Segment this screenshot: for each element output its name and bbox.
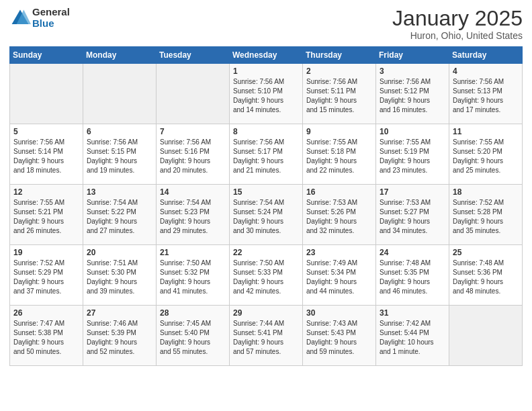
calendar-cell: 11Sunrise: 7:55 AM Sunset: 5:20 PM Dayli… <box>449 124 523 185</box>
day-detail: Sunrise: 7:55 AM Sunset: 5:18 PM Dayligh… <box>306 138 357 174</box>
logo-general: General <box>32 7 70 18</box>
calendar-cell: 6Sunrise: 7:56 AM Sunset: 5:15 PM Daylig… <box>83 124 157 185</box>
day-detail: Sunrise: 7:43 AM Sunset: 5:43 PM Dayligh… <box>306 320 357 355</box>
calendar-cell: 26Sunrise: 7:47 AM Sunset: 5:38 PM Dayli… <box>10 306 83 366</box>
day-number: 1 <box>233 66 299 76</box>
calendar-cell <box>83 64 157 124</box>
day-detail: Sunrise: 7:56 AM Sunset: 5:14 PM Dayligh… <box>13 138 64 174</box>
calendar-cell: 10Sunrise: 7:55 AM Sunset: 5:19 PM Dayli… <box>376 124 449 185</box>
day-number: 10 <box>380 127 445 136</box>
day-number: 11 <box>453 127 519 136</box>
day-detail: Sunrise: 7:45 AM Sunset: 5:40 PM Dayligh… <box>160 320 211 355</box>
day-number: 8 <box>233 127 299 136</box>
calendar-cell: 27Sunrise: 7:46 AM Sunset: 5:39 PM Dayli… <box>83 306 157 366</box>
day-detail: Sunrise: 7:53 AM Sunset: 5:26 PM Dayligh… <box>306 199 357 234</box>
calendar-cell: 8Sunrise: 7:56 AM Sunset: 5:17 PM Daylig… <box>230 124 303 185</box>
day-detail: Sunrise: 7:55 AM Sunset: 5:19 PM Dayligh… <box>380 138 431 174</box>
day-detail: Sunrise: 7:54 AM Sunset: 5:24 PM Dayligh… <box>233 199 284 234</box>
day-detail: Sunrise: 7:42 AM Sunset: 5:44 PM Dayligh… <box>380 320 434 355</box>
day-detail: Sunrise: 7:56 AM Sunset: 5:11 PM Dayligh… <box>306 78 357 113</box>
calendar-cell: 9Sunrise: 7:55 AM Sunset: 5:18 PM Daylig… <box>303 124 376 185</box>
day-detail: Sunrise: 7:47 AM Sunset: 5:38 PM Dayligh… <box>13 320 64 355</box>
calendar-cell <box>449 306 523 366</box>
weekday-header-friday: Friday <box>376 47 449 64</box>
calendar-cell: 13Sunrise: 7:54 AM Sunset: 5:22 PM Dayli… <box>83 185 157 245</box>
calendar-cell: 17Sunrise: 7:53 AM Sunset: 5:27 PM Dayli… <box>376 185 449 245</box>
day-number: 9 <box>306 127 372 136</box>
logo-icon <box>9 7 31 29</box>
day-detail: Sunrise: 7:56 AM Sunset: 5:10 PM Dayligh… <box>233 78 284 113</box>
weekday-header-saturday: Saturday <box>449 47 523 64</box>
day-number: 21 <box>160 248 226 257</box>
calendar-cell <box>10 64 83 124</box>
day-number: 20 <box>87 248 152 257</box>
day-detail: Sunrise: 7:56 AM Sunset: 5:13 PM Dayligh… <box>453 78 504 113</box>
calendar-cell: 19Sunrise: 7:52 AM Sunset: 5:29 PM Dayli… <box>10 245 83 306</box>
calendar-cell: 7Sunrise: 7:56 AM Sunset: 5:16 PM Daylig… <box>157 124 230 185</box>
day-detail: Sunrise: 7:48 AM Sunset: 5:36 PM Dayligh… <box>453 259 504 295</box>
weekday-header-tuesday: Tuesday <box>157 47 230 64</box>
day-detail: Sunrise: 7:48 AM Sunset: 5:35 PM Dayligh… <box>380 259 431 295</box>
day-detail: Sunrise: 7:55 AM Sunset: 5:20 PM Dayligh… <box>453 138 504 174</box>
calendar-cell: 28Sunrise: 7:45 AM Sunset: 5:40 PM Dayli… <box>157 306 230 366</box>
location: Huron, Ohio, United States <box>392 30 523 41</box>
day-number: 6 <box>87 127 152 136</box>
day-detail: Sunrise: 7:50 AM Sunset: 5:32 PM Dayligh… <box>160 259 211 295</box>
day-number: 28 <box>160 308 226 318</box>
day-number: 17 <box>380 187 445 197</box>
calendar-cell: 21Sunrise: 7:50 AM Sunset: 5:32 PM Dayli… <box>157 245 230 306</box>
calendar-cell: 2Sunrise: 7:56 AM Sunset: 5:11 PM Daylig… <box>303 64 376 124</box>
logo: General Blue <box>9 7 70 29</box>
day-number: 7 <box>160 127 226 136</box>
day-detail: Sunrise: 7:54 AM Sunset: 5:22 PM Dayligh… <box>87 199 138 234</box>
day-detail: Sunrise: 7:54 AM Sunset: 5:23 PM Dayligh… <box>160 199 211 234</box>
day-detail: Sunrise: 7:44 AM Sunset: 5:41 PM Dayligh… <box>233 320 284 355</box>
day-detail: Sunrise: 7:56 AM Sunset: 5:17 PM Dayligh… <box>233 138 284 174</box>
calendar-cell: 22Sunrise: 7:50 AM Sunset: 5:33 PM Dayli… <box>230 245 303 306</box>
day-number: 30 <box>306 308 372 318</box>
calendar-cell <box>157 64 230 124</box>
day-number: 14 <box>160 187 226 197</box>
day-number: 2 <box>306 66 372 76</box>
calendar-cell: 15Sunrise: 7:54 AM Sunset: 5:24 PM Dayli… <box>230 185 303 245</box>
logo-blue: Blue <box>32 18 70 30</box>
day-detail: Sunrise: 7:55 AM Sunset: 5:21 PM Dayligh… <box>13 199 64 234</box>
calendar-cell: 5Sunrise: 7:56 AM Sunset: 5:14 PM Daylig… <box>10 124 83 185</box>
calendar-cell: 25Sunrise: 7:48 AM Sunset: 5:36 PM Dayli… <box>449 245 523 306</box>
calendar-cell: 4Sunrise: 7:56 AM Sunset: 5:13 PM Daylig… <box>449 64 523 124</box>
weekday-header-row: SundayMondayTuesdayWednesdayThursdayFrid… <box>10 47 523 64</box>
calendar-cell: 1Sunrise: 7:56 AM Sunset: 5:10 PM Daylig… <box>230 64 303 124</box>
day-number: 29 <box>233 308 299 318</box>
day-number: 16 <box>306 187 372 197</box>
calendar-cell: 14Sunrise: 7:54 AM Sunset: 5:23 PM Dayli… <box>157 185 230 245</box>
day-detail: Sunrise: 7:56 AM Sunset: 5:16 PM Dayligh… <box>160 138 211 174</box>
day-detail: Sunrise: 7:56 AM Sunset: 5:15 PM Dayligh… <box>87 138 138 174</box>
day-detail: Sunrise: 7:52 AM Sunset: 5:29 PM Dayligh… <box>13 259 64 295</box>
day-number: 23 <box>306 248 372 257</box>
title-block: January 2025 Huron, Ohio, United States <box>392 7 523 41</box>
day-number: 18 <box>453 187 519 197</box>
header: General Blue January 2025 Huron, Ohio, U… <box>9 7 523 41</box>
logo-text: General Blue <box>32 7 70 29</box>
day-number: 19 <box>13 248 79 257</box>
calendar-cell: 16Sunrise: 7:53 AM Sunset: 5:26 PM Dayli… <box>303 185 376 245</box>
weekday-header-monday: Monday <box>83 47 157 64</box>
day-detail: Sunrise: 7:51 AM Sunset: 5:30 PM Dayligh… <box>87 259 138 295</box>
week-row-1: 1Sunrise: 7:56 AM Sunset: 5:10 PM Daylig… <box>10 64 523 124</box>
day-detail: Sunrise: 7:53 AM Sunset: 5:27 PM Dayligh… <box>380 199 431 234</box>
day-number: 27 <box>87 308 152 318</box>
calendar-cell: 31Sunrise: 7:42 AM Sunset: 5:44 PM Dayli… <box>376 306 449 366</box>
day-number: 26 <box>13 308 79 318</box>
day-number: 25 <box>453 248 519 257</box>
calendar-container: General Blue January 2025 Huron, Ohio, U… <box>0 0 532 375</box>
day-detail: Sunrise: 7:52 AM Sunset: 5:28 PM Dayligh… <box>453 199 504 234</box>
day-number: 3 <box>380 66 445 76</box>
calendar-cell: 23Sunrise: 7:49 AM Sunset: 5:34 PM Dayli… <box>303 245 376 306</box>
day-number: 31 <box>380 308 445 318</box>
day-number: 12 <box>13 187 79 197</box>
day-number: 13 <box>87 187 152 197</box>
day-detail: Sunrise: 7:56 AM Sunset: 5:12 PM Dayligh… <box>380 78 431 113</box>
calendar-cell: 20Sunrise: 7:51 AM Sunset: 5:30 PM Dayli… <box>83 245 157 306</box>
calendar-table: SundayMondayTuesdayWednesdayThursdayFrid… <box>9 46 523 366</box>
day-number: 22 <box>233 248 299 257</box>
